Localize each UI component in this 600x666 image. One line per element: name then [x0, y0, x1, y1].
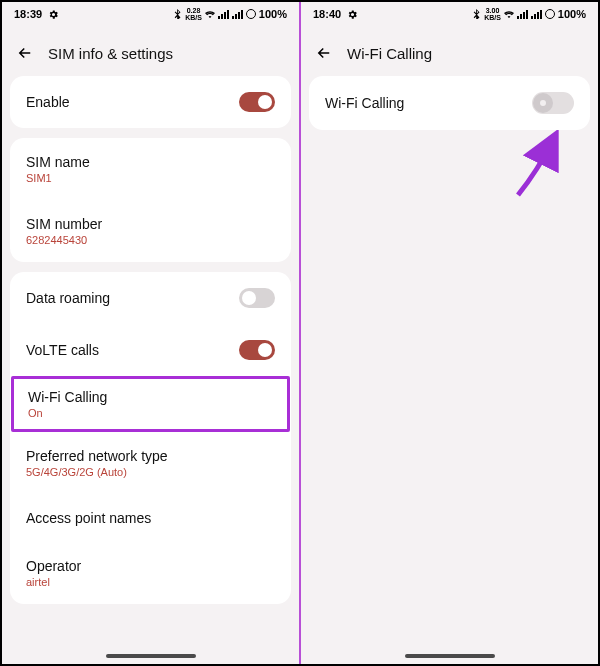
enable-label: Enable: [26, 94, 70, 110]
battery-icon: [545, 9, 555, 19]
apn-label: Access point names: [26, 510, 151, 526]
status-time: 18:40: [313, 8, 341, 20]
apn-row[interactable]: Access point names: [10, 494, 291, 542]
bluetooth-icon: [473, 9, 481, 19]
sim-number-value: 6282445430: [26, 234, 87, 246]
net-speed: 3.00 KB/S: [484, 7, 501, 21]
enable-toggle[interactable]: [239, 92, 275, 112]
net-speed: 0.28 KB/S: [185, 7, 202, 21]
sim-name-value: SIM1: [26, 172, 52, 184]
volte-row[interactable]: VoLTE calls: [10, 324, 291, 376]
sim-name-label: SIM name: [26, 154, 90, 170]
wifi-calling-label: Wi-Fi Calling: [325, 95, 404, 111]
operator-row[interactable]: Operator airtel: [10, 542, 291, 604]
nav-handle[interactable]: [106, 654, 196, 658]
data-roaming-row[interactable]: Data roaming: [10, 272, 291, 324]
battery-icon: [246, 9, 256, 19]
back-icon[interactable]: [16, 44, 34, 62]
wifi-calling-toggle[interactable]: [532, 92, 574, 114]
wifi-icon: [205, 10, 215, 19]
wifi-calling-label: Wi-Fi Calling: [28, 389, 107, 405]
page-title: SIM info & settings: [48, 45, 173, 62]
signal-icon-2: [232, 10, 243, 19]
operator-value: airtel: [26, 576, 50, 588]
volte-toggle[interactable]: [239, 340, 275, 360]
volte-label: VoLTE calls: [26, 342, 99, 358]
wifi-calling-row[interactable]: Wi-Fi Calling On: [14, 379, 287, 429]
status-time: 18:39: [14, 8, 42, 20]
preferred-network-row[interactable]: Preferred network type 5G/4G/3G/2G (Auto…: [10, 432, 291, 494]
page-title: Wi-Fi Calling: [347, 45, 432, 62]
sim-name-row[interactable]: SIM name SIM1: [10, 138, 291, 200]
preferred-network-value: 5G/4G/3G/2G (Auto): [26, 466, 127, 478]
wifi-icon: [504, 10, 514, 19]
data-roaming-label: Data roaming: [26, 290, 110, 306]
signal-icon: [218, 10, 229, 19]
status-bar: 18:39 0.28 KB/S 100%: [2, 2, 299, 26]
back-icon[interactable]: [315, 44, 333, 62]
data-roaming-toggle[interactable]: [239, 288, 275, 308]
enable-row[interactable]: Enable: [10, 76, 291, 128]
gear-icon: [48, 9, 59, 20]
signal-icon: [517, 10, 528, 19]
page-header: SIM info & settings: [2, 26, 299, 76]
preferred-network-label: Preferred network type: [26, 448, 168, 464]
signal-icon-2: [531, 10, 542, 19]
nav-handle[interactable]: [405, 654, 495, 658]
wifi-calling-value: On: [28, 407, 43, 419]
gear-icon: [347, 9, 358, 20]
battery-percent: 100%: [558, 8, 586, 20]
sim-number-row[interactable]: SIM number 6282445430: [10, 200, 291, 262]
page-header: Wi-Fi Calling: [301, 26, 598, 76]
operator-label: Operator: [26, 558, 81, 574]
sim-number-label: SIM number: [26, 216, 102, 232]
bluetooth-icon: [174, 9, 182, 19]
status-bar: 18:40 3.00 KB/S 100%: [301, 2, 598, 26]
wifi-calling-highlight: Wi-Fi Calling On: [11, 376, 290, 432]
battery-percent: 100%: [259, 8, 287, 20]
wifi-calling-toggle-row[interactable]: Wi-Fi Calling: [309, 76, 590, 130]
